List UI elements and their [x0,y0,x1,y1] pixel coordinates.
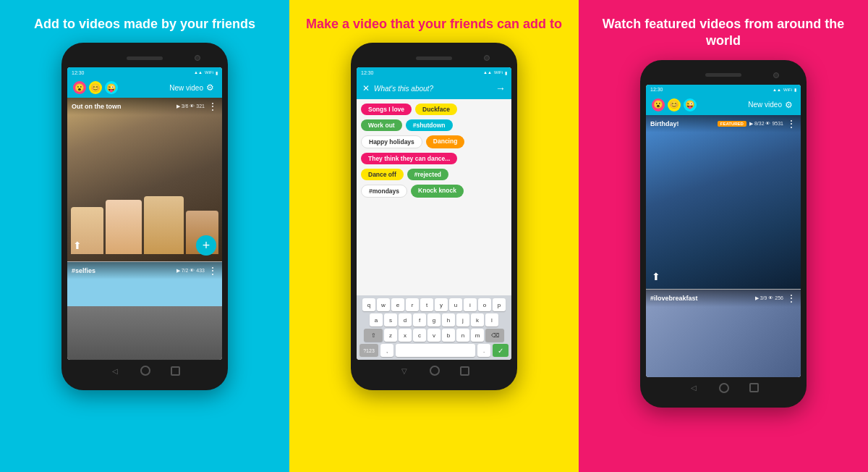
key-d[interactable]: d [399,313,412,326]
phone-3-bottom: ◁ [646,377,801,399]
key-a[interactable]: a [370,313,383,326]
close-icon-2[interactable]: ✕ [362,83,370,93]
tag-duckface[interactable]: Duckface [415,104,457,115]
key-r[interactable]: r [406,298,419,311]
panel-friends: Add to videos made by your friends 12:30… [0,0,289,472]
feed-overlay-4: #ilovebreakfast ▶ 3/9 👁 256 ⋮ [646,290,801,307]
key-p[interactable]: p [493,298,506,311]
key-check[interactable]: ✓ [493,344,509,357]
phone-3-screen: 12:30 ▲▲ WiFi ▮ 😮 😊 😜 New video ⚙ Birthd… [646,85,801,377]
key-n[interactable]: n [456,329,469,342]
key-h[interactable]: h [442,313,455,326]
tags-row-1: Songs I love Duckface [361,104,507,115]
arrow-right-icon[interactable]: → [495,83,506,94]
status-bar-3: 12:30 ▲▲ WiFi ▮ [646,85,801,95]
back-button-3[interactable]: ◁ [689,383,699,393]
back-button-2[interactable]: ▽ [399,366,409,376]
gear-icon-3[interactable]: ⚙ [785,100,795,110]
phone-2-speaker [416,56,452,60]
key-c[interactable]: c [413,329,426,342]
tag-dancing[interactable]: Dancing [426,135,465,148]
header-title-3: New video [699,101,782,109]
home-button-1[interactable] [140,366,150,376]
phone-1-bottom: ◁ [67,360,222,382]
phone-1-screen: 12:30 ▲▲ WiFi ▮ 😮 😊 😜 New video ⚙ [67,67,222,360]
key-e[interactable]: e [391,298,404,311]
phone-3-speaker [705,73,741,77]
more-icon-2[interactable]: ⋮ [208,265,218,277]
more-icon-3[interactable]: ⋮ [786,118,796,130]
key-b[interactable]: b [442,329,455,342]
feed-meta-1: ▶ 3/6 👁 321 [176,104,205,109]
tag-happy-holidays[interactable]: Happy holidays [361,135,422,148]
home-button-3[interactable] [719,383,729,393]
home-button-2[interactable] [430,366,440,376]
key-sym[interactable]: ?123 [359,344,378,357]
app-header-3: 😮 😊 😜 New video ⚙ [646,95,801,115]
back-button-1[interactable]: ◁ [110,366,120,376]
key-m[interactable]: m [471,329,484,342]
status-time: 12:30 [72,70,85,75]
more-icon-4[interactable]: ⋮ [786,292,796,304]
status-bar: 12:30 ▲▲ WiFi ▮ [67,67,222,77]
key-l[interactable]: l [485,313,498,326]
key-g[interactable]: g [427,313,441,326]
key-w[interactable]: w [377,298,390,311]
emoji-3: 😜 [105,81,118,94]
share-button-1[interactable]: ⬆ [73,240,82,251]
status-time-3: 12:30 [650,87,663,92]
more-icon-1[interactable]: ⋮ [208,101,218,112]
key-comma[interactable]: , [380,344,393,357]
emoji-3a: 😮 [652,98,665,111]
tag-mondays[interactable]: #mondays [361,185,407,198]
feed-meta-4: ▶ 3/9 👁 256 [755,295,783,301]
emoji-3c: 😜 [684,98,697,111]
key-i[interactable]: i [464,298,477,311]
tags-row-2: Work out #shutdown [361,119,507,131]
feed-item-4[interactable]: #ilovebreakfast ▶ 3/9 👁 256 ⋮ [646,290,801,376]
search-placeholder[interactable]: What's this about? [374,85,491,93]
key-o[interactable]: o [478,298,491,311]
tag-shutdown[interactable]: #shutdown [406,119,453,131]
feed-overlay-3: Birthday! FEATURED ▶ 8/32 👁 9531 ⋮ [646,115,801,132]
recent-button-1[interactable] [171,366,180,376]
feed-item-2[interactable]: #selfies ▶ 7/2 👁 433 ⋮ [67,262,222,360]
keyboard: q w e r t y u i o p a s d f g h [357,295,511,360]
tag-rejected[interactable]: #rejected [407,169,448,180]
phone-2-screen: 12:30 ▲▲ WiFi ▮ ✕ What's this about? → S… [357,67,511,360]
wifi-icon: WiFi [205,70,213,75]
recent-button-2[interactable] [460,366,469,376]
key-space[interactable] [396,344,475,357]
key-backspace[interactable]: ⌫ [485,329,504,342]
key-z[interactable]: z [384,329,397,342]
feed-item-3[interactable]: Birthday! FEATURED ▶ 8/32 👁 9531 ⋮ ⬆ [646,115,801,290]
share-button-3[interactable]: ⬆ [652,271,660,282]
battery-icon-3: ▮ [794,87,796,92]
tag-dance-off[interactable]: Dance off [361,169,404,180]
phone-camera [195,55,200,61]
key-v[interactable]: v [427,329,441,342]
tag-they-think[interactable]: They think they can dance... [361,153,457,164]
key-shift[interactable]: ⇧ [364,329,383,342]
feed-item-1[interactable]: Out on the town ▶ 3/6 👁 321 ⋮ ⬆ + [67,98,222,261]
key-k[interactable]: k [471,313,484,326]
signal-icon-3: ▲▲ [773,88,781,92]
add-video-button[interactable]: + [196,235,216,256]
key-u[interactable]: u [449,298,462,311]
recent-button-3[interactable] [749,383,759,392]
key-s[interactable]: s [384,313,397,326]
gear-icon-1[interactable]: ⚙ [206,83,216,93]
battery-icon-2: ▮ [505,70,507,75]
key-period[interactable]: . [477,344,490,357]
tag-work-out[interactable]: Work out [361,119,402,131]
tag-songs-i-love[interactable]: Songs I love [361,104,412,115]
key-q[interactable]: q [362,298,375,311]
key-j[interactable]: j [456,313,469,326]
key-f[interactable]: f [413,313,426,326]
battery-icon: ▮ [216,70,218,75]
key-x[interactable]: x [399,329,412,342]
key-y[interactable]: y [435,298,448,311]
key-t[interactable]: t [420,298,433,311]
tag-knock-knock[interactable]: Knock knock [411,185,464,198]
feed-overlay-1: Out on the town ▶ 3/6 👁 321 ⋮ [67,98,222,115]
